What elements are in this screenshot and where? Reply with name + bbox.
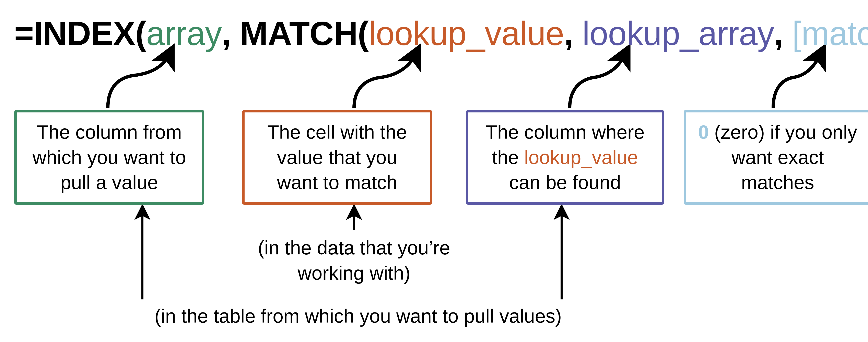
- caption-pull-values: (in the table from which you want to pul…: [114, 304, 602, 329]
- caption-working-with: (in the data that you’re working with): [240, 235, 468, 286]
- formula-match: MATCH(: [240, 15, 369, 52]
- callout-lookup-value-line1: The cell with the: [267, 121, 407, 143]
- formula-array: array: [146, 15, 222, 52]
- callout-match-type-line2: want exact: [732, 146, 824, 168]
- callout-match-type-line1b: (zero) if you only: [709, 121, 857, 143]
- caption-working-with-line1: (in the data that you’re: [258, 237, 450, 258]
- formula-comma1: ,: [222, 15, 240, 52]
- arrow-lookup-value: [354, 55, 415, 108]
- arrow-match-type: [773, 55, 820, 108]
- formula-comma2: ,: [564, 15, 582, 52]
- arrow-array: [108, 55, 169, 108]
- formula-eq: =: [14, 15, 34, 52]
- formula-lookup-value: lookup_value: [369, 15, 564, 52]
- formula-match-type: [match_type]: [792, 15, 868, 52]
- arrow-lookup-array: [570, 55, 625, 108]
- formula-line: =INDEX(array, MATCH(lookup_value, lookup…: [14, 14, 868, 53]
- callout-match-type-line3: matches: [741, 172, 814, 193]
- caption-working-with-line2: working with): [298, 262, 410, 284]
- formula-index: INDEX(: [34, 15, 146, 52]
- callout-match-type: 0 (zero) if you only want exact matches: [684, 110, 868, 205]
- callout-lookup-value: The cell with the value that you want to…: [242, 110, 432, 205]
- callout-array-line3: pull a value: [60, 172, 158, 193]
- caption-pull-values-text: (in the table from which you want to pul…: [154, 305, 562, 327]
- callout-lookup-value-line2: value that you: [277, 146, 397, 168]
- callout-lookup-array-line2a: the: [492, 146, 524, 168]
- callout-match-type-zero: 0: [698, 121, 709, 143]
- formula-lookup-array: lookup_array: [582, 15, 774, 52]
- callout-lookup-array-line3: can be found: [509, 172, 621, 193]
- callout-lookup-array-line1: The column where: [486, 121, 644, 143]
- callout-lookup-array: The column where the lookup_value can be…: [466, 110, 664, 205]
- diagram-canvas: =INDEX(array, MATCH(lookup_value, lookup…: [0, 0, 868, 342]
- callout-lookup-value-line3: want to match: [277, 172, 397, 193]
- callout-array: The column from which you want to pull a…: [14, 110, 204, 205]
- callout-array-line2: which you want to: [32, 146, 186, 168]
- formula-comma3: ,: [774, 15, 792, 52]
- callout-lookup-array-line2b: lookup_value: [524, 146, 638, 168]
- callout-array-line1: The column from: [37, 121, 182, 143]
